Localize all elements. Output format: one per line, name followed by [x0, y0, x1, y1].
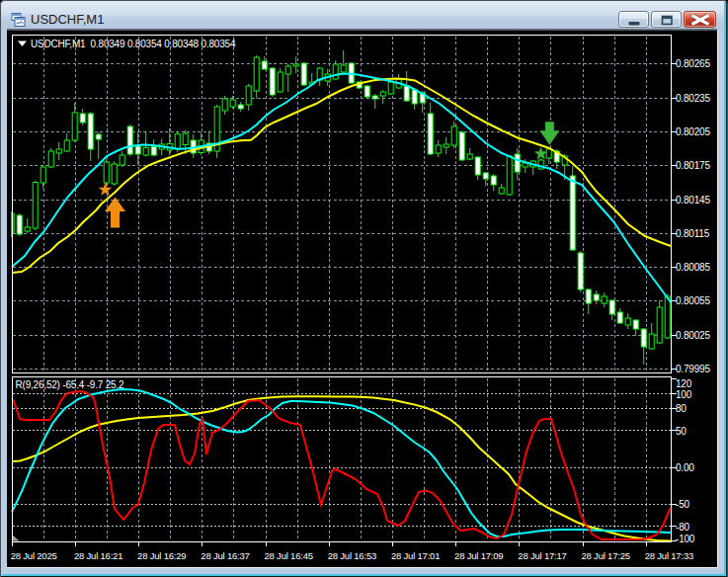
svg-text:0.80175: 0.80175 — [676, 160, 710, 171]
svg-text:28 Jul 17:09: 28 Jul 17:09 — [454, 550, 503, 561]
svg-text:0.80205: 0.80205 — [676, 126, 710, 137]
svg-text:100: 100 — [676, 389, 692, 400]
svg-text:USDCHF,M1 0.80349 0.80354 0.8: USDCHF,M1 0.80349 0.80354 0.80348 0.8035… — [31, 39, 236, 49]
svg-text:28 Jul 17:17: 28 Jul 17:17 — [518, 550, 566, 561]
svg-text:-50: -50 — [676, 499, 689, 510]
svg-text:28 Jul 16:53: 28 Jul 16:53 — [328, 550, 376, 561]
svg-text:28 Jul 16:37: 28 Jul 16:37 — [201, 550, 249, 561]
svg-text:R(9,26,52) -65.4 -9.7 25.2: R(9,26,52) -65.4 -9.7 25.2 — [16, 379, 125, 390]
svg-text:0.80235: 0.80235 — [676, 93, 710, 104]
svg-text:0.79995: 0.79995 — [676, 364, 710, 374]
svg-text:0.80055: 0.80055 — [676, 295, 710, 306]
svg-text:80: 80 — [676, 403, 687, 414]
svg-text:28 Jul 17:01: 28 Jul 17:01 — [391, 550, 440, 561]
svg-text:0.00: 0.00 — [676, 462, 694, 473]
svg-text:-80: -80 — [676, 522, 689, 533]
svg-text:0.80145: 0.80145 — [676, 195, 710, 206]
svg-text:28 Jul 17:33: 28 Jul 17:33 — [645, 550, 693, 561]
svg-text:0.80265: 0.80265 — [676, 58, 710, 69]
svg-text:0.80115: 0.80115 — [676, 228, 710, 239]
svg-text:28 Jul 2025: 28 Jul 2025 — [11, 550, 57, 561]
svg-text:28 Jul 16:29: 28 Jul 16:29 — [137, 550, 186, 561]
svg-text:120: 120 — [676, 378, 692, 389]
svg-text:0.80025: 0.80025 — [676, 330, 710, 341]
svg-text:28 Jul 16:21: 28 Jul 16:21 — [74, 550, 122, 561]
svg-text:-100: -100 — [676, 534, 695, 544]
svg-text:0.80085: 0.80085 — [676, 262, 710, 273]
svg-text:50: 50 — [676, 426, 687, 437]
svg-text:28 Jul 16:45: 28 Jul 16:45 — [265, 550, 313, 561]
svg-text:28 Jul 17:25: 28 Jul 17:25 — [582, 550, 630, 561]
